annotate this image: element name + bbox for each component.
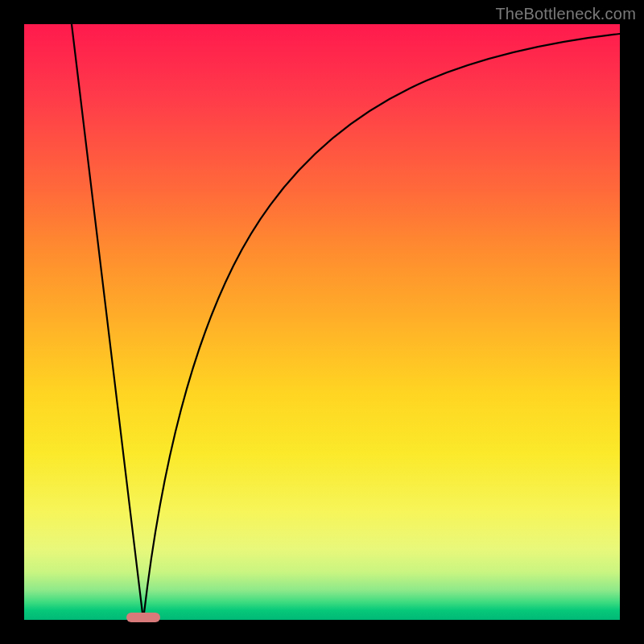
curve-left-segment <box>72 24 143 620</box>
minimum-marker <box>126 613 160 622</box>
plot-area <box>24 24 620 620</box>
curve-right-segment <box>143 34 620 620</box>
chart-frame: TheBottleneck.com <box>0 0 644 644</box>
bottleneck-curve <box>24 24 620 620</box>
watermark-text: TheBottleneck.com <box>495 5 636 23</box>
